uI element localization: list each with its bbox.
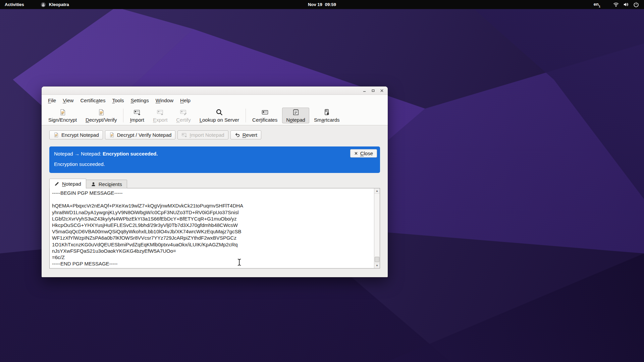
- id-card-import-icon: [181, 132, 187, 138]
- menu-item-tools[interactable]: Tools: [109, 96, 127, 105]
- top-panel: Activities Kleopatra Nov 19 09:59 en1: [0, 0, 644, 9]
- notification-title: Notepad → Notepad: Encryption succeeded.: [54, 151, 375, 157]
- toolbar-button-notepad[interactable]: Notepad: [282, 108, 309, 123]
- network-wireless-icon[interactable]: [613, 1, 619, 8]
- person-icon: [91, 182, 96, 187]
- toolbar-button-smartcards[interactable]: Smartcards: [310, 108, 344, 123]
- toolbar-button-decrypt-verify[interactable]: Decrypt/Verify: [82, 108, 121, 123]
- keyboard-layout-indicator[interactable]: en1: [594, 2, 600, 8]
- toolbar: Sign/Encrypt Decrypt/Verify Import Expor…: [42, 106, 388, 125]
- pgp-message-text[interactable]: -----BEGIN PGP MESSAGE----- hQEMA+PbqxcV…: [52, 190, 372, 267]
- tab-recipients[interactable]: Recipients: [86, 180, 127, 188]
- document-encrypt-icon: [53, 132, 59, 138]
- id-card-export-icon: [157, 109, 164, 116]
- menu-item-help[interactable]: Help: [177, 96, 194, 105]
- kleopatra-app-icon: [40, 2, 46, 8]
- window-maximize-icon: [371, 88, 375, 93]
- clock-button[interactable]: Nov 19 09:59: [305, 0, 339, 9]
- window-minimize-icon: [362, 88, 367, 93]
- desktop: Activities Kleopatra Nov 19 09:59 en1: [0, 0, 644, 362]
- result-notification: Notepad → Notepad: Encryption succeeded.…: [49, 146, 380, 173]
- window-controls: [362, 86, 385, 95]
- text-cursor-pointer: [237, 258, 241, 266]
- close-icon: [354, 152, 358, 155]
- document-encrypt-icon: [59, 109, 66, 116]
- id-card-icon: [261, 109, 269, 116]
- action-button-revert[interactable]: Revert: [230, 130, 261, 139]
- audio-volume-icon[interactable]: [623, 1, 629, 8]
- action-button-decrypt-verify-notepad[interactable]: Decrypt / Verify Notepad: [105, 130, 176, 139]
- close-notification-button[interactable]: Close: [350, 149, 377, 158]
- system-power-icon[interactable]: [633, 1, 639, 8]
- app-menu-button[interactable]: Kleopatra: [38, 0, 72, 9]
- document-encrypt-icon: [109, 132, 115, 138]
- notepad-text-editor[interactable]: -----BEGIN PGP MESSAGE----- hQEMA+PbqxcV…: [49, 188, 380, 268]
- notepad-view: Encrypt Notepad Decrypt / Verify Notepad…: [42, 125, 388, 277]
- search-icon: [216, 109, 223, 116]
- notepad-actions: Encrypt Notepad Decrypt / Verify Notepad…: [49, 130, 380, 139]
- revert-icon: [234, 132, 240, 138]
- vertical-scrollbar[interactable]: ▲ ▼: [374, 188, 380, 268]
- toolbar-button-certificates[interactable]: Certificates: [248, 108, 281, 123]
- notification-body: Encryption succeeded.: [54, 161, 375, 167]
- menubar: File View Certificates Tools Settings: [42, 95, 388, 106]
- app-menu-label: Kleopatra: [49, 2, 69, 7]
- system-status-area[interactable]: en1: [592, 0, 641, 9]
- scroll-up-button[interactable]: ▲: [374, 188, 380, 194]
- toolbar-separator: [246, 109, 246, 122]
- menu-item-view[interactable]: View: [59, 96, 77, 105]
- action-button-encrypt-notepad[interactable]: Encrypt Notepad: [49, 130, 103, 139]
- menu-item-window[interactable]: Window: [152, 96, 177, 105]
- activities-button[interactable]: Activities: [0, 0, 29, 9]
- clock-date: Nov 19: [308, 2, 322, 7]
- menu-item-settings[interactable]: Settings: [127, 96, 152, 105]
- scrollbar-thumb[interactable]: [375, 257, 379, 262]
- id-card-import-icon: [133, 109, 141, 116]
- action-button-import-notepad: Import Notepad: [177, 130, 228, 139]
- kleopatra-window: File View Certificates Tools Settings: [42, 86, 388, 277]
- tab-notepad[interactable]: Notepad: [49, 179, 86, 188]
- document-encrypt-icon: [98, 109, 105, 116]
- toolbar-separator: [123, 109, 123, 122]
- toolbar-button-lookup-on-server[interactable]: Lookup on Server: [196, 108, 243, 123]
- notepad-icon: [292, 109, 300, 116]
- smartcard-icon: [323, 109, 330, 116]
- window-close-icon: [380, 88, 384, 93]
- window-titlebar[interactable]: [42, 86, 388, 95]
- notepad-tabbar: Notepad Recipients: [49, 179, 380, 188]
- id-card-certify-icon: [180, 109, 187, 116]
- scroll-down-button[interactable]: ▼: [374, 263, 380, 268]
- toolbar-button-sign-encrypt[interactable]: Sign/Encrypt: [44, 108, 81, 123]
- pencil-icon: [54, 181, 59, 186]
- menu-item-certificates[interactable]: Certificates: [77, 96, 109, 105]
- toolbar-button-certify: Certify: [172, 108, 195, 123]
- clock-time: 09:59: [325, 2, 336, 7]
- menu-item-file[interactable]: File: [45, 96, 59, 105]
- toolbar-button-export: Export: [149, 108, 171, 123]
- toolbar-button-import[interactable]: Import: [126, 108, 148, 123]
- scrollbar-track[interactable]: [374, 194, 380, 263]
